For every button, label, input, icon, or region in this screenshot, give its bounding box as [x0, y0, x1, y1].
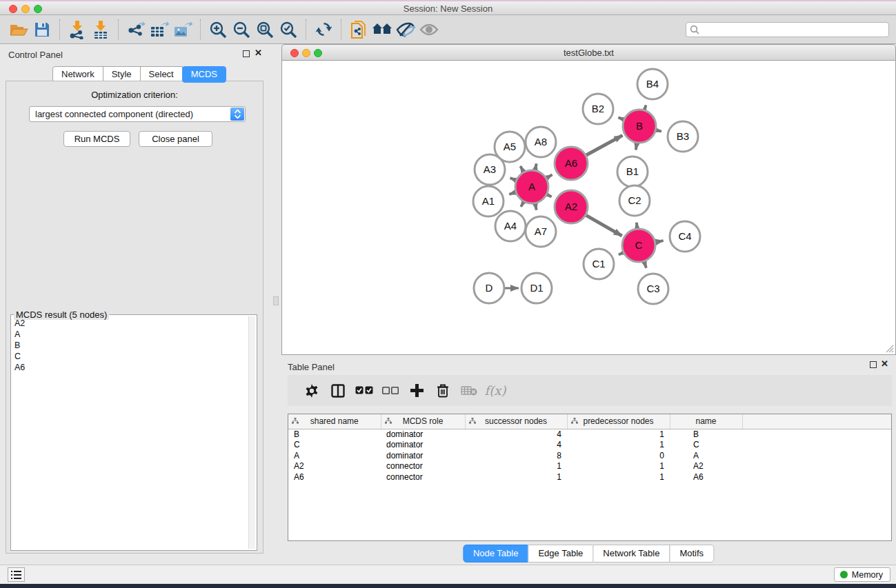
edge-B-B4[interactable] — [644, 105, 646, 110]
edge-A-A5[interactable] — [520, 166, 523, 172]
cell-MCDS-role[interactable]: connector — [381, 472, 465, 483]
cell-shared-name[interactable]: A2 — [288, 461, 381, 472]
cell-MCDS-role[interactable]: dominator — [381, 450, 465, 461]
edge-C-C4[interactable] — [656, 241, 664, 242]
mcds-result-item[interactable]: A6 — [12, 362, 247, 373]
criterion-select[interactable]: largest connected component (directed) — [29, 106, 246, 122]
add-column-icon[interactable] — [404, 381, 430, 401]
select-all-columns-icon[interactable] — [351, 381, 377, 401]
home-view-icon[interactable] — [370, 19, 394, 40]
zoom-fit-icon[interactable] — [253, 19, 277, 40]
cell-name[interactable]: B — [670, 429, 742, 440]
tab-edge-table[interactable]: Edge Table — [528, 545, 593, 562]
edge-A6-B[interactable] — [586, 135, 622, 155]
import-network-icon[interactable] — [66, 19, 89, 40]
cell-successor-nodes[interactable]: 4 — [465, 440, 567, 451]
close-panel-button[interactable]: Close panel — [139, 131, 212, 147]
cell-name[interactable]: A — [670, 450, 742, 461]
mcds-result-item[interactable]: A — [12, 329, 247, 340]
network-window-titlebar[interactable]: testGlobe.txt — [281, 44, 896, 61]
duplicate-network-icon[interactable] — [347, 19, 370, 40]
cell-successor-nodes[interactable]: 1 — [465, 472, 567, 483]
zoom-in-icon[interactable] — [206, 19, 230, 40]
column-header-MCDS-role[interactable]: MCDS role — [381, 414, 465, 429]
delete-column-icon[interactable] — [430, 381, 456, 401]
edge-A2-C[interactable] — [586, 215, 622, 236]
function-builder-icon[interactable]: f(x) — [482, 381, 508, 401]
table-row[interactable]: A6connector11A6 — [288, 472, 891, 483]
edge-A-A3[interactable] — [510, 178, 516, 180]
cell-shared-name[interactable]: A6 — [288, 472, 381, 483]
window-resize-grip[interactable] — [884, 343, 894, 353]
cell-name[interactable]: C — [670, 440, 742, 451]
table-row[interactable]: A2connector11A2 — [288, 461, 891, 472]
hide-graphics-details-icon[interactable] — [394, 19, 417, 40]
cell-successor-nodes[interactable]: 4 — [465, 429, 567, 440]
cell-MCDS-role[interactable]: dominator — [381, 440, 465, 451]
cell-shared-name[interactable]: A — [288, 450, 381, 461]
close-panel-icon[interactable]: ✕ — [255, 48, 262, 58]
tab-node-table[interactable]: Node Table — [463, 545, 529, 562]
edge-A-A1[interactable] — [509, 192, 515, 194]
split-columns-icon[interactable] — [325, 381, 351, 401]
edge-A-A2[interactable] — [547, 194, 551, 196]
float-table-panel-icon[interactable] — [870, 361, 877, 368]
split-pane-grip[interactable] — [273, 296, 279, 305]
edge-A-A7[interactable] — [535, 204, 537, 210]
cell-MCDS-role[interactable]: dominator — [381, 429, 465, 440]
cell-predecessor-nodes[interactable]: 1 — [567, 429, 670, 440]
cell-name[interactable]: A6 — [670, 472, 742, 483]
cell-shared-name[interactable]: B — [288, 429, 381, 440]
open-session-icon[interactable] — [7, 19, 30, 40]
memory-button[interactable]: Memory — [834, 567, 890, 582]
zoom-selected-icon[interactable] — [277, 19, 300, 40]
export-network-icon[interactable] — [124, 19, 148, 40]
float-panel-icon[interactable] — [243, 50, 250, 57]
cell-predecessor-nodes[interactable]: 0 — [567, 450, 670, 461]
cell-name[interactable]: A2 — [670, 461, 742, 472]
node-table[interactable]: shared nameMCDS rolesuccessor nodesprede… — [288, 414, 892, 541]
tab-mcds[interactable]: MCDS — [182, 66, 226, 83]
edge-A-A8[interactable] — [535, 163, 537, 170]
export-table-icon[interactable] — [148, 19, 171, 40]
edge-B-B2[interactable] — [619, 117, 624, 119]
table-row[interactable]: Cdominator41C — [288, 440, 891, 451]
table-row[interactable]: Bdominator41B — [288, 429, 891, 440]
column-header-shared-name[interactable]: shared name — [288, 414, 381, 429]
run-mcds-button[interactable]: Run MCDS — [63, 131, 130, 147]
cell-predecessor-nodes[interactable]: 1 — [567, 472, 670, 483]
save-session-icon[interactable] — [30, 19, 54, 40]
network-canvas[interactable]: B4B2BB3A5A8A6A3B1AA1C2A2A4A7C4CC1C3DD1 — [281, 61, 896, 355]
show-graphics-details-icon[interactable] — [417, 19, 441, 40]
mcds-result-item[interactable]: C — [12, 351, 247, 362]
tab-motifs[interactable]: Motifs — [669, 545, 714, 562]
import-table-icon[interactable] — [89, 19, 112, 40]
mcds-result-scrollbar[interactable] — [248, 316, 255, 549]
edge-C-C1[interactable] — [619, 253, 623, 255]
mcds-result-item[interactable]: A2 — [12, 318, 247, 329]
cell-shared-name[interactable]: C — [288, 440, 381, 451]
search-field[interactable] — [686, 22, 889, 37]
cell-predecessor-nodes[interactable]: 1 — [567, 461, 670, 472]
deselect-all-columns-icon[interactable] — [377, 381, 404, 401]
column-header-name[interactable]: name — [670, 414, 742, 429]
edge-A-A4[interactable] — [521, 202, 524, 207]
edge-C-C3[interactable] — [644, 262, 646, 268]
cell-successor-nodes[interactable]: 8 — [465, 450, 567, 461]
search-input[interactable] — [699, 25, 888, 34]
edge-B-B1[interactable] — [636, 143, 637, 150]
edge-A-A6[interactable] — [546, 174, 552, 178]
network-graph[interactable]: B4B2BB3A5A8A6A3B1AA1C2A2A4A7C4CC1C3DD1 — [282, 61, 895, 354]
cell-successor-nodes[interactable]: 1 — [465, 461, 567, 472]
delete-table-icon[interactable] — [456, 381, 482, 401]
cell-predecessor-nodes[interactable]: 1 — [567, 440, 670, 451]
column-header-successor-nodes[interactable]: successor nodes — [465, 414, 567, 429]
mcds-result-item[interactable]: B — [12, 340, 247, 351]
edge-B-B3[interactable] — [656, 130, 661, 132]
cell-MCDS-role[interactable]: connector — [381, 461, 465, 472]
refresh-network-view-icon[interactable] — [312, 19, 335, 40]
show-panels-list-button[interactable] — [8, 567, 25, 582]
table-row[interactable]: Adominator80A — [288, 450, 891, 461]
zoom-out-icon[interactable] — [230, 19, 253, 40]
tab-network-table[interactable]: Network Table — [593, 545, 670, 562]
